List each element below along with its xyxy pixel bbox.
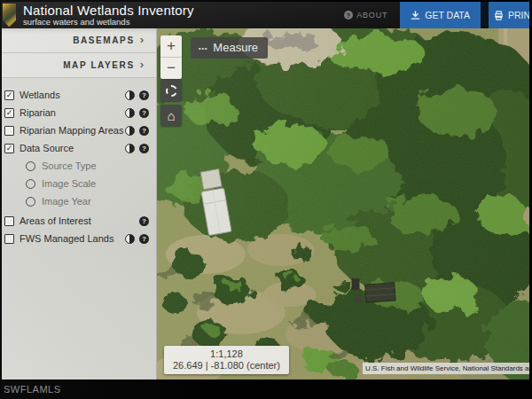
fws-logo-icon: [3, 4, 16, 27]
app-header: National Wetlands Inventory surface wate…: [2, 2, 529, 28]
opacity-contrast-icon[interactable]: [125, 126, 135, 136]
nwi-mapper-window: National Wetlands Inventory surface wate…: [2, 2, 529, 379]
layer-label[interactable]: Riparian: [20, 107, 56, 118]
print-button[interactable]: PRINT: [489, 2, 529, 28]
layer-help-icon[interactable]: ?: [139, 90, 149, 100]
radio-label[interactable]: Image Year: [42, 196, 91, 207]
basemaps-label: BASEMAPS: [73, 35, 134, 45]
layer-label[interactable]: Riparian Mapping Areas: [20, 125, 123, 136]
map-viewport[interactable]: + − ••• Measure ⌂ 1:1,128 26.649 | -81.0…: [157, 28, 529, 379]
radio-row-image-year: Image Year: [2, 192, 156, 210]
image-scale-radio[interactable]: [26, 179, 35, 189]
get-data-button[interactable]: GET DATA: [400, 2, 481, 28]
layer-label[interactable]: FWS Managed Lands: [20, 233, 113, 244]
image-year-radio[interactable]: [26, 197, 35, 207]
layers-sidebar: BASEMAPS › MAP LAYERS › ✓ Wetlands ?: [2, 28, 157, 379]
layer-help-icon[interactable]: ?: [139, 234, 149, 244]
download-icon: [411, 11, 420, 20]
layer-row-fws-managed-lands: FWS Managed Lands ?: [2, 230, 156, 247]
map-attribution: U.S. Fish and Wildlife Service, National…: [363, 363, 529, 374]
about-label: ABOUT: [356, 11, 387, 20]
source-type-radio[interactable]: [26, 161, 35, 171]
crosshair-locate-icon: [166, 85, 177, 97]
layer-row-areas-of-interest: Areas of Interest ?: [2, 212, 156, 230]
aerial-imagery: [157, 28, 529, 379]
radio-label[interactable]: Source Type: [42, 160, 97, 171]
layer-list: ✓ Wetlands ? ✓ Riparian ?: [2, 78, 156, 247]
map-scale: 1:1,128: [173, 348, 280, 359]
about-question-icon: ?: [344, 11, 353, 20]
printer-icon: [494, 11, 504, 20]
title-block: National Wetlands Inventory surface wate…: [23, 4, 194, 27]
radio-row-image-scale: Image Scale: [2, 175, 156, 192]
measure-button[interactable]: ••• Measure: [191, 37, 268, 59]
layer-row-data-source: ✓ Data Source ?: [2, 139, 156, 157]
app-subtitle: surface waters and wetlands: [23, 18, 194, 27]
map-center-coordinates: 26.649 | -81.080 (center): [173, 360, 280, 371]
opacity-contrast-icon[interactable]: [125, 144, 135, 153]
riparian-mapping-areas-checkbox[interactable]: [4, 126, 14, 136]
riparian-checkbox[interactable]: ✓: [4, 108, 14, 118]
about-button[interactable]: ? ABOUT: [344, 2, 387, 28]
zoom-in-button[interactable]: +: [160, 35, 182, 58]
chevron-right-icon: ›: [140, 59, 144, 70]
layer-help-icon[interactable]: ?: [139, 144, 149, 153]
opacity-contrast-icon[interactable]: [125, 90, 135, 100]
layer-help-icon[interactable]: ?: [139, 216, 149, 226]
print-label: PRINT: [508, 10, 529, 20]
layer-help-icon[interactable]: ?: [139, 108, 149, 118]
areas-of-interest-checkbox[interactable]: [4, 216, 14, 226]
layer-row-riparian: ✓ Riparian ?: [2, 104, 156, 121]
home-extent-button[interactable]: ⌂: [160, 105, 182, 126]
layer-row-wetlands: ✓ Wetlands ?: [2, 86, 156, 104]
scale-coordinates-widget: 1:1,128 26.649 | -81.080 (center): [164, 346, 289, 374]
zoom-control: + −: [160, 35, 182, 79]
layer-label[interactable]: Data Source: [20, 143, 74, 153]
locate-button[interactable]: [160, 80, 182, 101]
photo-bottom-band: SWFLAMLS: [0, 379, 532, 399]
data-source-checkbox[interactable]: ✓: [4, 144, 14, 153]
ruler-icon: •••: [199, 45, 207, 51]
measure-label: Measure: [213, 41, 258, 54]
opacity-contrast-icon[interactable]: [125, 234, 135, 244]
zoom-out-button[interactable]: −: [160, 58, 182, 79]
watermark-text: SWFLAMLS: [4, 384, 61, 395]
chevron-right-icon: ›: [140, 34, 144, 45]
header-separator: [481, 2, 489, 28]
radio-row-source-type: Source Type: [2, 157, 156, 175]
opacity-contrast-icon[interactable]: [125, 108, 135, 118]
layer-label[interactable]: Wetlands: [20, 90, 60, 100]
map-layers-accordion[interactable]: MAP LAYERS ›: [2, 53, 156, 78]
layer-help-icon[interactable]: ?: [139, 126, 149, 136]
fws-managed-lands-checkbox[interactable]: [4, 234, 14, 244]
map-layers-label: MAP LAYERS: [63, 60, 134, 70]
layer-label[interactable]: Areas of Interest: [20, 215, 91, 226]
radio-label[interactable]: Image Scale: [42, 178, 96, 189]
wetlands-checkbox[interactable]: ✓: [4, 90, 14, 100]
header-actions: ? ABOUT GET DATA PRINT: [344, 2, 529, 28]
app-title: National Wetlands Inventory: [23, 4, 194, 18]
basemaps-accordion[interactable]: BASEMAPS ›: [2, 28, 156, 53]
get-data-label: GET DATA: [425, 10, 470, 20]
layer-row-riparian-mapping-areas: Riparian Mapping Areas ?: [2, 121, 156, 139]
